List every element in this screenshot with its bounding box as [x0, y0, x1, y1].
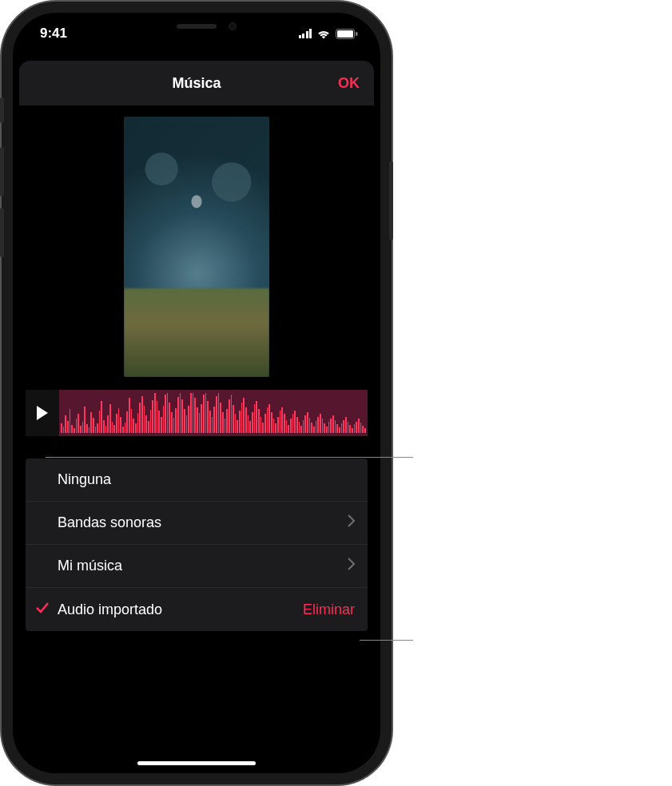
- chevron-right-icon: [348, 514, 355, 531]
- option-my-music[interactable]: Mi música: [26, 545, 368, 588]
- cellular-signal-icon: [299, 29, 312, 38]
- page-title: Música: [172, 75, 221, 92]
- notch: [113, 13, 280, 40]
- done-button[interactable]: OK: [338, 75, 360, 92]
- front-camera: [229, 22, 237, 30]
- option-imported-audio[interactable]: Audio importado Eliminar: [26, 588, 368, 631]
- option-my-music-label: Mi música: [58, 558, 122, 574]
- option-soundtracks-label: Bandas sonoras: [58, 514, 161, 531]
- wifi-icon: [316, 29, 331, 39]
- mute-switch: [0, 97, 4, 123]
- battery-icon: [336, 29, 358, 39]
- callout-line-waveform: [46, 457, 413, 458]
- navigation-bar: Música OK: [19, 61, 374, 105]
- checkmark-icon: [35, 601, 50, 618]
- audio-waveform[interactable]: [59, 390, 368, 436]
- option-soundtracks[interactable]: Bandas sonoras: [26, 502, 368, 545]
- status-time: 9:41: [40, 26, 67, 42]
- earpiece-speaker: [177, 24, 217, 29]
- play-button[interactable]: [26, 390, 59, 436]
- svg-rect-2: [356, 32, 358, 36]
- play-icon: [35, 405, 50, 421]
- side-button: [389, 161, 393, 240]
- option-none[interactable]: Ninguna: [26, 458, 368, 502]
- home-indicator[interactable]: [137, 761, 256, 765]
- callout-line-delete: [360, 640, 413, 641]
- delete-button[interactable]: Eliminar: [303, 601, 355, 618]
- volume-down-button: [0, 208, 4, 257]
- option-imported-label: Audio importado: [58, 601, 162, 618]
- volume-up-button: [0, 147, 4, 196]
- screen: 9:41 Música OK: [13, 13, 380, 773]
- iphone-device-frame: 9:41 Música OK: [2, 2, 392, 784]
- content-area: Ninguna Bandas sonoras Mi música: [19, 105, 374, 773]
- chevron-right-icon: [348, 558, 355, 574]
- audio-waveform-row: [26, 390, 368, 436]
- video-preview-container: [19, 105, 374, 385]
- video-preview-thumbnail[interactable]: [124, 117, 269, 377]
- music-options-list: Ninguna Bandas sonoras Mi música: [26, 458, 368, 631]
- svg-rect-1: [337, 30, 353, 38]
- option-none-label: Ninguna: [58, 471, 111, 488]
